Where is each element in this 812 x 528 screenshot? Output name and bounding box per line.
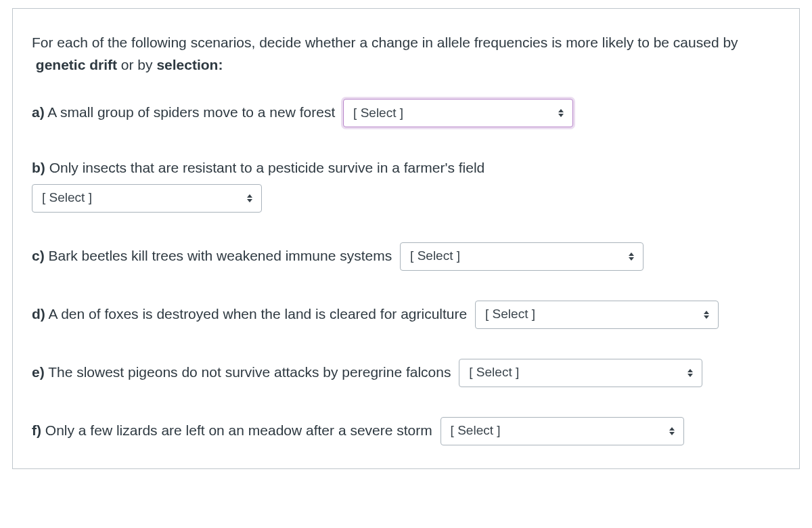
question-a: a) A small group of spiders move to a ne… (32, 99, 780, 127)
question-a-label: a) (32, 104, 45, 120)
select-f[interactable]: [ Select ] (441, 417, 684, 445)
sort-icon (628, 252, 635, 261)
question-d: d) A den of foxes is destroyed when the … (32, 301, 780, 329)
question-b-text: Only insects that are resistant to a pes… (45, 160, 484, 175)
question-c-label: c) (32, 247, 45, 263)
question-card: For each of the following scenarios, dec… (12, 8, 800, 469)
sort-icon (558, 109, 564, 117)
select-e[interactable]: [ Select ] (459, 359, 702, 387)
select-d[interactable]: [ Select ] (475, 301, 719, 329)
question-e-label: e) (32, 364, 45, 379)
question-b: b) Only insects that are resistant to a … (32, 157, 780, 213)
sort-icon (669, 427, 675, 435)
sort-icon (703, 311, 710, 319)
select-c-placeholder: [ Select ] (410, 246, 621, 266)
question-d-label: d) (32, 305, 45, 321)
select-a-placeholder: [ Select ] (353, 104, 551, 123)
question-d-text: A den of foxes is destroyed when the lan… (45, 305, 467, 321)
question-c: c) Bark beetles kill trees with weakened… (32, 242, 780, 271)
question-b-label: b) (32, 160, 45, 175)
select-e-placeholder: [ Select ] (469, 363, 680, 382)
question-e-text: The slowest pigeons do not survive attac… (45, 364, 451, 379)
question-e: e) The slowest pigeons do not survive at… (32, 359, 780, 387)
sort-icon (246, 194, 253, 202)
intro-lead: For each of the following scenarios, dec… (32, 35, 738, 50)
question-c-text: Bark beetles kill trees with weakened im… (45, 247, 392, 263)
question-a-text: A small group of spiders move to a new f… (45, 104, 336, 120)
question-intro: For each of the following scenarios, dec… (32, 32, 780, 76)
question-f: f) Only a few lizards are left on an mea… (32, 417, 780, 445)
select-f-placeholder: [ Select ] (451, 421, 662, 441)
intro-mid: or by (117, 57, 156, 72)
select-b[interactable]: [ Select ] (32, 184, 262, 213)
question-f-label: f) (32, 422, 41, 437)
select-d-placeholder: [ Select ] (485, 305, 696, 324)
question-f-text: Only a few lizards are left on an meadow… (41, 422, 432, 437)
select-a[interactable]: [ Select ] (343, 99, 573, 127)
select-c[interactable]: [ Select ] (400, 242, 644, 271)
select-b-placeholder: [ Select ] (42, 188, 240, 208)
intro-term-selection: selection: (156, 57, 223, 72)
intro-term-drift: genetic drift (36, 57, 117, 72)
sort-icon (687, 369, 694, 377)
